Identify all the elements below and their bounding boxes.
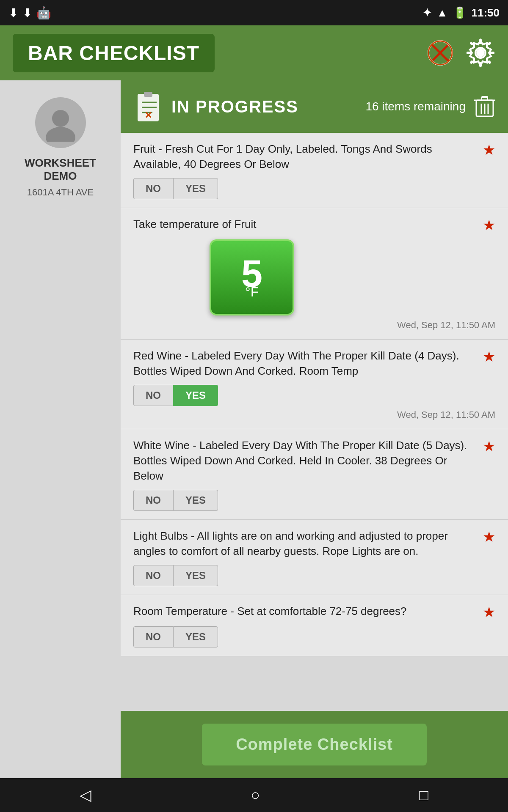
item-text: Take temperature of Fruit [133,217,474,232]
settings-button[interactable] [466,38,495,68]
timestamp: Wed, Sep 12, 11:50 AM [133,320,495,331]
status-bar: ⬇ ⬇ 🤖 ✦ ▲ 🔋 11:50 [0,0,508,25]
svg-rect-18 [144,92,152,97]
home-button[interactable]: ○ [251,786,260,804]
item-text: White Wine - Labeled Every Day With The … [133,438,474,484]
temp-unit: °F [245,284,259,300]
yes-button[interactable]: YES [173,626,218,647]
back-button[interactable]: ◁ [80,786,91,804]
app-title: BAR CHECKLIST [28,42,199,64]
item-header: White Wine - Labeled Every Day With The … [133,438,495,484]
settings-icon [466,38,495,68]
yes-no-row: NO YES [133,626,495,647]
download-icon: ⬇ [8,6,18,20]
complete-area: Complete Checklist [121,711,508,778]
no-button[interactable]: NO [133,565,173,586]
main-content: WORKSHEET DEMO 1601A 4TH AVE ✕ IN PROGRE… [0,80,508,778]
battery-icon: 🔋 [453,6,467,19]
svg-rect-9 [467,52,472,54]
items-remaining: 16 items remaining [365,100,466,113]
item-text: Red Wine - Labeled Every Day With The Pr… [133,348,474,379]
user-name: WORKSHEET DEMO [8,156,112,183]
svg-rect-11 [469,41,474,46]
item-text: Room Temperature - Set at comfortable 72… [133,604,474,619]
star-icon: ★ [483,348,495,365]
star-icon: ★ [483,438,495,455]
user-address: 1601A 4TH AVE [27,187,94,198]
progress-label: IN PROGRESS [171,97,298,116]
progress-header: ✕ IN PROGRESS 16 items remaining [121,80,508,133]
star-icon: ★ [483,604,495,620]
yes-button[interactable]: YES [173,178,218,199]
list-item: Take temperature of Fruit ★ 5°F Wed, Sep… [121,208,508,340]
item-text: Light Bulbs - All lights are on and work… [133,528,474,559]
avatar-icon [41,104,80,142]
download-alt-icon: ⬇ [22,6,32,20]
list-item: Light Bulbs - All lights are on and work… [121,520,508,595]
status-bar-right: ✦ ▲ 🔋 11:50 [422,6,500,19]
cancel-icon [428,40,453,66]
item-header: Red Wine - Labeled Every Day With The Pr… [133,348,495,379]
yes-no-row: NO YES [133,385,495,406]
progress-left: ✕ IN PROGRESS [133,90,298,123]
svg-rect-10 [489,52,494,54]
recent-apps-button[interactable]: □ [419,786,428,804]
yes-no-row: NO YES [133,565,495,586]
item-header: Room Temperature - Set at comfortable 72… [133,604,495,620]
clipboard-progress-icon: ✕ [133,90,163,123]
item-text: Fruit - Fresh Cut For 1 Day Only, Labele… [133,141,474,172]
svg-point-16 [46,127,75,142]
no-button[interactable]: NO [133,385,173,406]
item-header: Fruit - Fresh Cut For 1 Day Only, Labele… [133,141,495,172]
trash-icon [474,95,495,118]
yes-no-row: NO YES [133,178,495,199]
svg-rect-8 [479,62,482,67]
list-item: Red Wine - Labeled Every Day With The Pr… [121,340,508,429]
cancel-button[interactable] [428,40,453,66]
yes-button[interactable]: YES [173,490,218,511]
item-header: Take temperature of Fruit ★ [133,217,495,233]
trash-button[interactable] [474,95,495,118]
list-item: Fruit - Fresh Cut For 1 Day Only, Labele… [121,133,508,208]
star-icon: ★ [483,141,495,158]
robot-icon: 🤖 [36,6,51,20]
checklist-area: ✕ IN PROGRESS 16 items remaining [121,80,508,778]
yes-button[interactable]: YES [173,385,218,406]
yes-button[interactable]: YES [173,565,218,586]
progress-right: 16 items remaining [365,95,495,118]
star-icon: ★ [483,217,495,233]
checklist-items: Fruit - Fresh Cut For 1 Day Only, Labele… [121,133,508,711]
sidebar: WORKSHEET DEMO 1601A 4TH AVE [0,80,121,778]
svg-point-5 [476,49,485,57]
svg-rect-12 [487,41,491,46]
complete-checklist-button[interactable]: Complete Checklist [202,724,427,765]
list-item: White Wine - Labeled Every Day With The … [121,429,508,520]
header-icons [428,38,495,68]
bluetooth-icon: ✦ [422,6,432,19]
svg-rect-13 [469,60,474,64]
no-button[interactable]: NO [133,178,173,199]
no-button[interactable]: NO [133,490,173,511]
avatar [35,97,86,148]
item-header: Light Bulbs - All lights are on and work… [133,528,495,559]
temperature-display: 5°F [210,239,294,315]
clock: 11:50 [472,6,500,19]
bottom-nav: ◁ ○ □ [0,778,508,812]
svg-rect-14 [487,60,491,64]
svg-rect-7 [479,39,482,44]
timestamp: Wed, Sep 12, 11:50 AM [133,409,495,420]
svg-point-15 [52,110,69,127]
header-bar: BAR CHECKLIST [0,25,508,80]
no-button[interactable]: NO [133,626,173,647]
status-bar-left-icons: ⬇ ⬇ 🤖 [8,6,51,20]
wifi-icon: ▲ [437,6,448,19]
list-item: Room Temperature - Set at comfortable 72… [121,595,508,656]
yes-no-row: NO YES [133,490,495,511]
star-icon: ★ [483,528,495,545]
title-button[interactable]: BAR CHECKLIST [13,34,215,72]
svg-text:✕: ✕ [144,110,152,121]
